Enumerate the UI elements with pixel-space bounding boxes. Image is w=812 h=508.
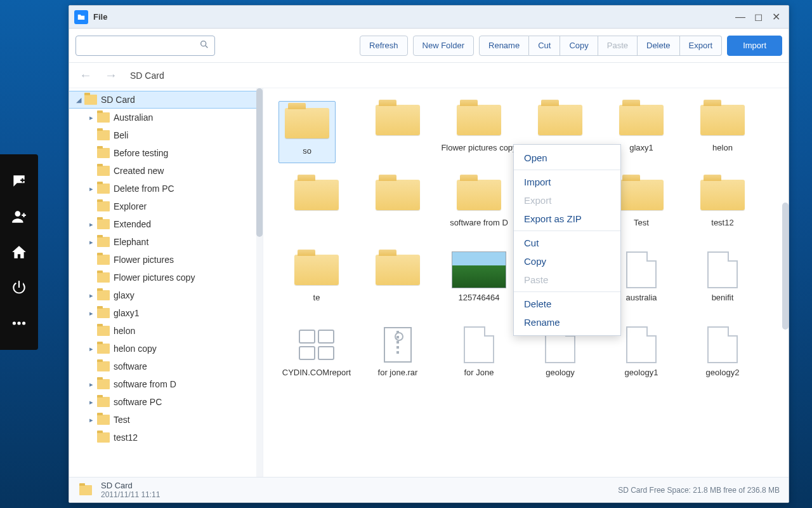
grid-item[interactable]: 125746464 — [441, 251, 517, 313]
cut-button[interactable]: Cut — [529, 36, 560, 56]
folder-icon — [294, 180, 339, 210]
tree-label: Elephant — [114, 237, 148, 247]
tree-label: Explorer — [114, 201, 147, 211]
tree-scrollbar-thumb[interactable] — [256, 88, 263, 237]
minimize-button[interactable]: — — [733, 10, 748, 25]
file-manager-window: File — ◻ ✕ Refresh New Folder Rename Cut… — [69, 5, 789, 503]
grid-item[interactable]: software from D — [441, 176, 517, 238]
breadcrumb[interactable]: SD Card — [130, 70, 164, 81]
grid-item[interactable]: so — [278, 101, 336, 163]
grid-item[interactable]: for jone.rar — [360, 326, 436, 388]
search-field[interactable] — [75, 36, 215, 56]
grid-item[interactable]: Flower pictures copy — [441, 101, 517, 163]
new-folder-button[interactable]: New Folder — [413, 36, 474, 56]
folder-icon — [457, 180, 501, 210]
paste-button: Paste — [598, 36, 638, 56]
dock-chat-add[interactable] — [0, 163, 38, 199]
tree-item[interactable]: helon — [69, 322, 263, 340]
folder-tree: ◢SD Card▸AustralianBeliBefore testingCre… — [69, 88, 263, 477]
grid-item[interactable] — [360, 176, 436, 238]
grid-item[interactable]: test12 — [684, 176, 761, 238]
tree-item[interactable]: ▸Extended — [69, 215, 263, 233]
tree-item[interactable]: test12 — [69, 429, 263, 446]
tree-label: Australian — [114, 112, 153, 123]
ctx-export: Export — [514, 191, 620, 210]
tree-item[interactable]: Flower pictures — [69, 251, 263, 269]
grid-item-label: helon — [684, 143, 761, 163]
tree-item[interactable]: Beli — [69, 126, 263, 144]
svg-point-2 — [22, 321, 25, 324]
tree-scrollbar-track[interactable] — [256, 88, 263, 477]
rename-button[interactable]: Rename — [479, 36, 529, 56]
tree-item[interactable]: Flower pictures copy — [69, 269, 263, 286]
dock-more[interactable] — [0, 305, 38, 341]
ctx-delete[interactable]: Delete — [514, 295, 620, 313]
search-icon — [199, 39, 209, 52]
context-menu: Open Import Export Export as ZIP Cut Cop… — [513, 144, 621, 336]
folder-icon — [97, 237, 110, 247]
folder-icon — [700, 180, 745, 210]
close-button[interactable]: ✕ — [768, 10, 783, 25]
tree-item[interactable]: ▸Test — [69, 411, 263, 429]
ctx-rename[interactable]: Rename — [514, 313, 620, 331]
refresh-button[interactable]: Refresh — [360, 36, 408, 56]
ctx-cut[interactable]: Cut — [514, 234, 620, 252]
grid-item[interactable] — [360, 101, 436, 163]
file-icon — [707, 251, 738, 288]
export-button[interactable]: Export — [680, 36, 723, 56]
grid-item-label: geology2 — [684, 368, 761, 388]
tree-item[interactable]: Explorer — [69, 197, 263, 215]
delete-button[interactable]: Delete — [638, 36, 680, 56]
ctx-open[interactable]: Open — [514, 149, 620, 167]
tree-item[interactable]: ▸software PC — [69, 393, 263, 411]
tree-item[interactable]: software — [69, 358, 263, 375]
tree-item[interactable]: ▸software from D — [69, 375, 263, 393]
grid-item[interactable]: CYDIN.COMreport — [278, 326, 355, 388]
grid-item[interactable] — [360, 251, 436, 313]
tree-item[interactable]: ▸helon copy — [69, 340, 263, 358]
tree-label: glaxy — [114, 290, 134, 300]
dock-power[interactable] — [0, 270, 38, 305]
ctx-export-zip[interactable]: Export as ZIP — [514, 210, 620, 228]
grid-item[interactable]: for Jone — [441, 326, 517, 388]
file-icon — [626, 326, 657, 363]
tree-item[interactable]: Before testing — [69, 144, 263, 162]
folder-icon — [84, 95, 97, 105]
titlebar: File — ◻ ✕ — [69, 6, 789, 29]
ctx-import[interactable]: Import — [514, 173, 620, 191]
search-input[interactable] — [81, 41, 199, 50]
tree-item[interactable]: Created new — [69, 162, 263, 180]
tree-item[interactable]: ▸Australian — [69, 109, 263, 126]
svg-point-3 — [201, 41, 206, 46]
grid-item[interactable]: geology2 — [684, 326, 761, 388]
archive-icon — [384, 327, 412, 363]
tree-root[interactable]: ◢SD Card — [69, 91, 263, 109]
ctx-copy[interactable]: Copy — [514, 252, 620, 271]
grid-item[interactable] — [278, 176, 355, 238]
app-icon — [299, 330, 334, 360]
tree-item[interactable]: ▸glaxy — [69, 286, 263, 304]
grid-item[interactable]: benifit — [684, 251, 761, 313]
tree-item[interactable]: ▸Delete from PC — [69, 180, 263, 197]
grid-item-label: for jone.rar — [360, 368, 436, 388]
copy-button[interactable]: Copy — [560, 36, 598, 56]
tree-item[interactable]: ▸glaxy1 — [69, 304, 263, 322]
tree-label: software from D — [114, 379, 176, 389]
nav-forward[interactable]: → — [105, 68, 117, 83]
tree-label: helon copy — [114, 344, 157, 354]
pane-scrollbar-thumb[interactable] — [782, 203, 789, 330]
files-pane: soFlower pictures copyglaxyglaxy1helonso… — [263, 88, 789, 477]
tree-label: glaxy1 — [114, 308, 139, 318]
maximize-button[interactable]: ◻ — [750, 10, 766, 25]
nav-back[interactable]: ← — [79, 68, 92, 83]
status-bar: SD Card 2011/11/11 11:11 SD Card Free Sp… — [69, 477, 789, 502]
folder-icon — [97, 326, 110, 336]
tree-item[interactable]: ▸Elephant — [69, 233, 263, 251]
dock-user-add[interactable] — [0, 199, 38, 234]
folder-icon — [285, 108, 329, 138]
grid-item[interactable]: helon — [684, 101, 761, 163]
tree-label: software PC — [114, 397, 162, 407]
dock-home[interactable] — [0, 234, 38, 270]
import-button[interactable]: Import — [727, 36, 782, 56]
grid-item[interactable]: te — [278, 251, 355, 313]
